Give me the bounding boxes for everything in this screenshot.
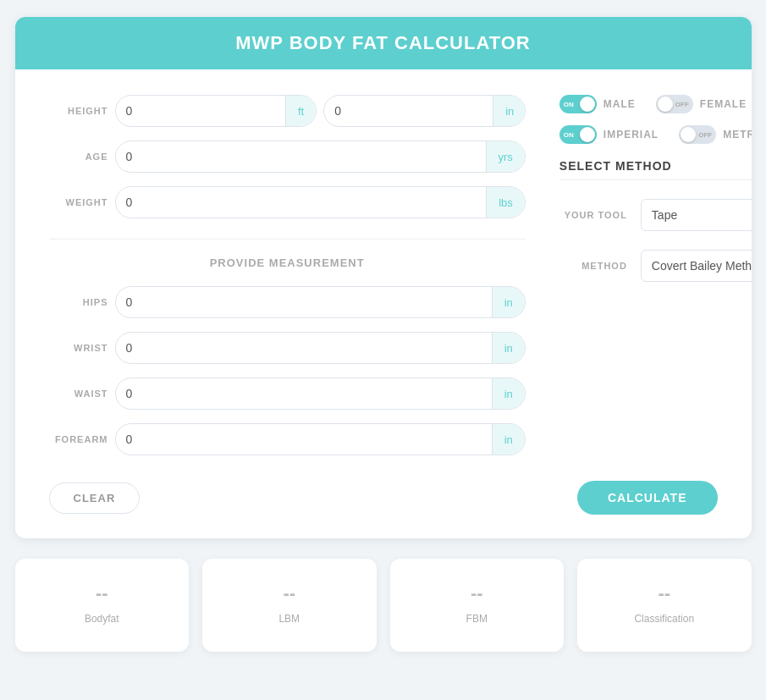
- waist-row: WAIST in: [49, 378, 526, 410]
- unit-toggle-row: ON IMPERIAL OFF METRIC: [559, 125, 752, 144]
- weight-input-wrapper: lbs: [115, 186, 526, 218]
- imperial-toggle-knob: [580, 127, 595, 142]
- clear-button[interactable]: CLEAR: [49, 482, 141, 514]
- hips-unit: in: [492, 287, 525, 317]
- main-card: MWP BODY FAT CALCULATOR HEIGHT ft in: [15, 17, 752, 538]
- weight-label: WEIGHT: [49, 197, 108, 207]
- method-select-row: METHOD Covert Bailey Method US Navy Meth…: [559, 250, 752, 282]
- card-body: HEIGHT ft in AGE yrs: [15, 69, 752, 481]
- height-in-input-wrapper: in: [323, 95, 526, 127]
- male-toggle-knob: [580, 96, 595, 112]
- height-ft-unit: ft: [285, 96, 316, 126]
- height-ft-input[interactable]: [116, 96, 285, 126]
- male-toggle-item: ON MALE: [559, 95, 636, 113]
- result-card-lbm: -- LBM: [202, 559, 377, 652]
- wrist-input[interactable]: [116, 333, 492, 363]
- app-title: MWP BODY FAT CALCULATOR: [235, 32, 531, 53]
- female-toggle-item: OFF FEMALE: [656, 95, 747, 113]
- result-fbm-label: FBM: [466, 613, 488, 625]
- metric-toggle[interactable]: OFF: [679, 125, 716, 144]
- result-classification-value: --: [658, 582, 670, 604]
- metric-off-label: OFF: [698, 131, 712, 139]
- wrist-row: WRIST in: [49, 332, 526, 364]
- result-classification-label: Classification: [634, 613, 694, 625]
- card-footer: CLEAR CALCULATE: [15, 481, 752, 538]
- right-panel: ON MALE OFF FEMALE ON: [559, 95, 752, 455]
- female-toggle[interactable]: OFF: [656, 95, 693, 113]
- age-row: AGE yrs: [49, 141, 526, 173]
- measurements-title: PROVIDE MEASUREMENT: [49, 256, 526, 269]
- hips-input-wrapper: in: [115, 286, 526, 318]
- tool-select[interactable]: Tape Calipers DEXA: [641, 199, 752, 231]
- forearm-row: FOREARM in: [49, 423, 526, 455]
- weight-unit: lbs: [486, 187, 525, 218]
- forearm-label: FOREARM: [49, 434, 108, 444]
- method-select[interactable]: Covert Bailey Method US Navy Method YMCA…: [641, 250, 752, 282]
- result-fbm-value: --: [471, 582, 483, 604]
- select-method-title: SELECT METHOD: [559, 159, 752, 180]
- hips-input[interactable]: [116, 287, 492, 317]
- height-in-unit: in: [493, 96, 526, 126]
- weight-row: WEIGHT lbs: [49, 186, 526, 218]
- result-card-fbm: -- FBM: [390, 559, 565, 652]
- male-toggle[interactable]: ON: [559, 95, 597, 113]
- waist-unit: in: [492, 378, 525, 409]
- female-label: FEMALE: [700, 98, 747, 110]
- waist-input[interactable]: [116, 378, 492, 409]
- wrist-label: WRIST: [49, 343, 108, 353]
- left-panel: HEIGHT ft in AGE yrs: [49, 95, 526, 455]
- tool-label: YOUR TOOL: [559, 210, 627, 220]
- height-row: HEIGHT ft in: [49, 95, 526, 127]
- imperial-label: IMPERIAL: [603, 129, 659, 141]
- metric-toggle-item: OFF METRIC: [679, 125, 751, 144]
- age-unit: yrs: [486, 141, 525, 172]
- age-input[interactable]: [116, 141, 486, 172]
- card-header: MWP BODY FAT CALCULATOR: [15, 17, 752, 69]
- age-input-wrapper: yrs: [115, 141, 526, 173]
- waist-label: WAIST: [49, 389, 108, 399]
- metric-toggle-knob: [681, 127, 696, 142]
- calculate-button[interactable]: CALCULATE: [577, 481, 718, 515]
- hips-label: HIPS: [49, 297, 108, 307]
- result-card-bodyfat: -- Bodyfat: [15, 559, 190, 652]
- female-off-label: OFF: [675, 101, 689, 108]
- height-ft-input-wrapper: ft: [115, 95, 317, 127]
- metric-label: METRIC: [723, 129, 751, 141]
- male-on-label: ON: [564, 101, 574, 108]
- result-bodyfat-label: Bodyfat: [85, 613, 119, 625]
- forearm-unit: in: [492, 424, 525, 455]
- male-label: MALE: [603, 98, 636, 110]
- result-lbm-label: LBM: [278, 613, 300, 625]
- imperial-toggle[interactable]: ON: [559, 125, 597, 144]
- height-in-input[interactable]: [324, 96, 493, 126]
- wrist-unit: in: [492, 333, 525, 363]
- result-bodyfat-value: --: [96, 582, 108, 604]
- female-toggle-knob: [658, 96, 673, 112]
- method-label: METHOD: [559, 261, 627, 271]
- height-label: HEIGHT: [49, 106, 108, 116]
- waist-input-wrapper: in: [115, 378, 526, 410]
- forearm-input[interactable]: [116, 424, 492, 455]
- result-lbm-value: --: [283, 582, 295, 604]
- results-row: -- Bodyfat -- LBM -- FBM -- Classificati…: [15, 559, 752, 652]
- forearm-input-wrapper: in: [115, 423, 526, 455]
- height-inputs: ft in: [115, 95, 526, 127]
- result-card-classification: -- Classification: [577, 559, 752, 652]
- imperial-toggle-item: ON IMPERIAL: [559, 125, 659, 144]
- wrist-input-wrapper: in: [115, 332, 526, 364]
- section-divider: [49, 239, 526, 240]
- imperial-on-label: ON: [564, 131, 574, 139]
- age-label: AGE: [49, 152, 108, 162]
- tool-select-row: YOUR TOOL Tape Calipers DEXA: [559, 199, 752, 231]
- gender-toggle-row: ON MALE OFF FEMALE: [559, 95, 752, 113]
- weight-input[interactable]: [116, 187, 487, 218]
- hips-row: HIPS in: [49, 286, 526, 318]
